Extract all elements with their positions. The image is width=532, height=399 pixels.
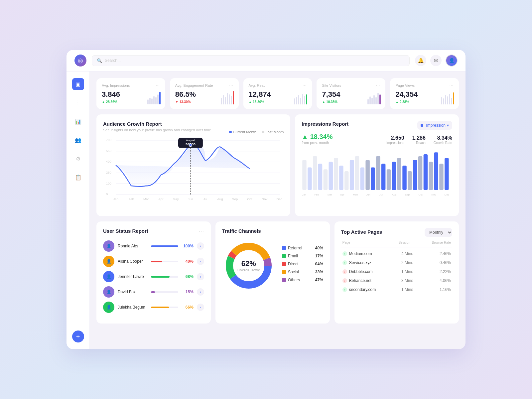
traffic-title: Traffic Channels bbox=[222, 228, 323, 234]
header-right: 🔔 ✉ 👤 bbox=[415, 55, 458, 66]
impressions-dropdown[interactable]: Impression ▾ bbox=[417, 121, 452, 130]
user-name-0: Ronnie Abs bbox=[118, 244, 148, 248]
page-browse-1: 0.46% bbox=[422, 260, 451, 265]
svg-text:May: May bbox=[353, 193, 358, 196]
user-pct-0: 100% bbox=[182, 244, 194, 248]
sidebar-item-users[interactable]: 👥 bbox=[72, 134, 84, 146]
user-arrow-0[interactable]: › bbox=[197, 242, 204, 250]
svg-rect-44 bbox=[381, 164, 385, 190]
svg-text:May: May bbox=[173, 197, 179, 201]
user-arrow-1[interactable]: › bbox=[197, 258, 204, 265]
svg-rect-39 bbox=[355, 156, 359, 190]
user-name-2: Jennifer Lawre bbox=[118, 274, 148, 279]
page-row-4: ↑ secondary.com 1 Mins 1.16% bbox=[341, 285, 452, 294]
audience-chart-title: Audience Growth Report bbox=[103, 121, 284, 127]
svg-rect-42 bbox=[371, 168, 375, 190]
traffic-pct-direct: 04% bbox=[315, 262, 323, 266]
traffic-color-email bbox=[282, 254, 286, 258]
mail-icon[interactable]: ✉ bbox=[430, 55, 442, 66]
user-progress-track-1 bbox=[151, 261, 178, 262]
bottom-row: User Status Report ··· 👤 Ronnie Abs 100%… bbox=[96, 221, 459, 324]
svg-rect-54 bbox=[434, 152, 438, 190]
user-avatar[interactable]: 👤 bbox=[446, 55, 458, 66]
page-row-0: ↑ Medium.com 4 Mins 2.46% bbox=[341, 249, 452, 258]
stat-engagement-menu[interactable]: ··· bbox=[229, 83, 233, 87]
svg-text:Oct: Oct bbox=[247, 197, 252, 201]
user-name-3: David Fox bbox=[118, 290, 148, 294]
user-pct-3: 15% bbox=[182, 290, 194, 294]
header: ◎ 🔍 Search... 🔔 ✉ 👤 bbox=[66, 50, 466, 71]
stat-pageviews-chart bbox=[441, 91, 454, 104]
page-session-2: 1 Mins bbox=[393, 269, 422, 274]
traffic-item-direct: Direct 04% bbox=[282, 262, 323, 266]
traffic-item-referrel: Referrel 40% bbox=[282, 246, 323, 250]
svg-text:Aug: Aug bbox=[217, 197, 223, 201]
svg-rect-47 bbox=[397, 158, 401, 190]
user-progress-fill-2 bbox=[151, 276, 170, 278]
sidebar-item-dashboard[interactable]: ▣ bbox=[72, 78, 84, 90]
trend-icon-0: ↑ bbox=[342, 251, 347, 256]
stat-pageviews-menu[interactable]: ··· bbox=[450, 83, 454, 87]
col-browse-header: Browse Rate bbox=[420, 241, 451, 244]
user-avatar-1: 👤 bbox=[103, 256, 114, 267]
svg-text:Dec: Dec bbox=[445, 193, 449, 196]
trend-icon-2: ↓ bbox=[342, 269, 347, 274]
svg-rect-40 bbox=[360, 168, 364, 190]
col-page-header: Page bbox=[342, 241, 389, 244]
page-name-2: Dribbble.com bbox=[349, 269, 393, 274]
svg-rect-50 bbox=[413, 160, 417, 190]
bell-icon[interactable]: 🔔 bbox=[415, 55, 426, 66]
stat-reach-chart bbox=[294, 91, 307, 104]
svg-rect-37 bbox=[344, 171, 348, 190]
sidebar-item-reports[interactable]: 📋 bbox=[72, 171, 84, 183]
charts-row: Audience Growth Report See insights on h… bbox=[96, 114, 459, 216]
stat-impressions-chart bbox=[147, 91, 161, 104]
stat-impressions-menu[interactable]: ··· bbox=[156, 83, 160, 87]
user-avatar-2: 👤 bbox=[103, 271, 114, 282]
traffic-color-referrel bbox=[282, 246, 286, 250]
stat-visitors-menu[interactable]: ··· bbox=[376, 83, 380, 87]
user-arrow-4[interactable]: › bbox=[197, 304, 204, 311]
svg-rect-29 bbox=[303, 160, 307, 190]
user-name-4: Julekha Begum bbox=[118, 305, 148, 310]
user-progress-fill-4 bbox=[151, 307, 169, 308]
svg-rect-46 bbox=[392, 162, 396, 190]
svg-rect-55 bbox=[440, 164, 444, 190]
impressions-report-card: Impressions Report Impression ▾ ▲ 18.34% bbox=[295, 114, 459, 216]
user-status-menu[interactable]: ··· bbox=[199, 229, 204, 235]
sidebar-item-analytics[interactable]: 📊 bbox=[72, 115, 84, 127]
search-placeholder: Search... bbox=[105, 58, 121, 63]
audience-chart-legend: Current Month Last Month bbox=[229, 130, 284, 134]
page-name-4: secondary.com bbox=[349, 287, 393, 292]
overall-pct: 62% bbox=[237, 259, 260, 268]
svg-rect-45 bbox=[387, 169, 391, 190]
user-arrow-3[interactable]: › bbox=[197, 288, 204, 296]
top-pages-header: Top Active Pages Monthly Weekly Daily bbox=[341, 228, 452, 237]
search-bar[interactable]: 🔍 Search... bbox=[92, 55, 410, 66]
traffic-donut: .donut-ring { fill: none; stroke-width: … bbox=[222, 239, 275, 292]
svg-rect-34 bbox=[329, 162, 333, 190]
svg-text:Dec: Dec bbox=[277, 197, 282, 201]
main-layout: ▣ ··· 📊 👥 ⚙ 📋 + Avg. Impressions ··· 3.8… bbox=[66, 71, 466, 349]
stat-engagement-chart bbox=[221, 91, 234, 104]
user-arrow-2[interactable]: › bbox=[197, 273, 204, 280]
search-icon: 🔍 bbox=[97, 58, 102, 63]
svg-rect-53 bbox=[429, 162, 433, 190]
monthly-dropdown[interactable]: Monthly Weekly Daily bbox=[425, 228, 452, 237]
traffic-item-social: Social 33% bbox=[282, 270, 323, 274]
impressions-chart-title: Impressions Report bbox=[302, 121, 348, 127]
sidebar-add-button[interactable]: + bbox=[72, 331, 84, 342]
audience-growth-card: Audience Growth Report See insights on h… bbox=[96, 114, 290, 216]
stat-card-visitors: Site Visitors ··· 7,354 ▲ 10.38% bbox=[317, 78, 385, 109]
svg-rect-32 bbox=[318, 164, 322, 190]
stat-engagement-title: Avg. Engagement Rate bbox=[175, 83, 213, 87]
user-name-1: Alisha Cooper bbox=[118, 259, 148, 264]
page-session-0: 4 Mins bbox=[393, 251, 422, 256]
svg-text:550: 550 bbox=[106, 149, 112, 153]
svg-text:Feb: Feb bbox=[315, 193, 319, 196]
stat-reach-menu[interactable]: ··· bbox=[303, 83, 307, 87]
sidebar-item-settings[interactable]: ⚙ bbox=[72, 153, 84, 165]
page-browse-0: 2.46% bbox=[422, 251, 451, 256]
svg-text:Mar: Mar bbox=[143, 197, 149, 201]
page-row-2: ↓ Dribbble.com 1 Mins 2.22% bbox=[341, 267, 452, 276]
